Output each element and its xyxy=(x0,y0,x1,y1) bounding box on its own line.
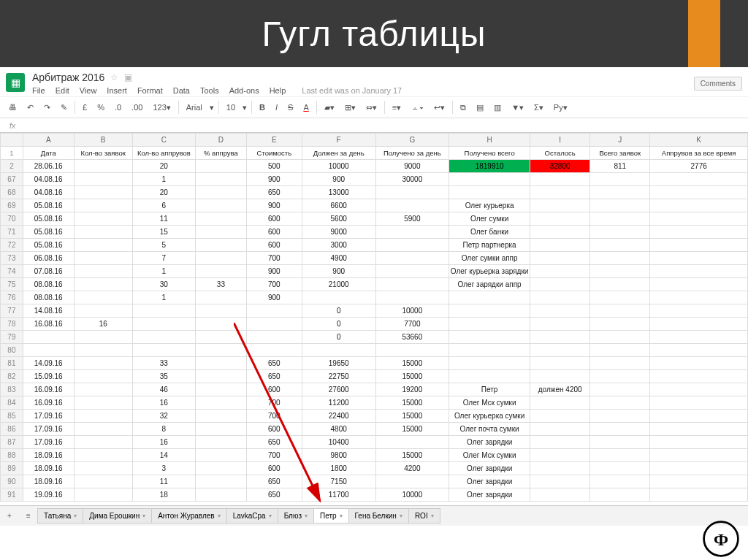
cell[interactable] xyxy=(74,252,132,265)
cell[interactable] xyxy=(650,226,748,239)
cell[interactable] xyxy=(530,186,590,199)
cell[interactable] xyxy=(650,370,748,383)
cell[interactable] xyxy=(74,186,132,199)
cell[interactable] xyxy=(590,331,650,344)
col-header-F[interactable]: F xyxy=(302,134,375,147)
sheet-tab[interactable]: Гена Белкин▾ xyxy=(348,508,409,523)
menu-tools[interactable]: Tools xyxy=(200,86,219,95)
row-header[interactable]: 75 xyxy=(1,278,23,291)
cell[interactable]: Олег курьерка зарядки xyxy=(449,265,530,278)
cell[interactable]: 16 xyxy=(74,318,132,331)
cell[interactable] xyxy=(375,199,449,212)
cell[interactable] xyxy=(196,212,247,226)
row-header[interactable]: 77 xyxy=(1,304,23,318)
cell[interactable] xyxy=(650,212,748,226)
cell[interactable]: 18.09.16 xyxy=(23,449,74,462)
cell[interactable] xyxy=(449,291,530,304)
row-header[interactable]: 87 xyxy=(1,436,23,449)
menu-format[interactable]: Format xyxy=(137,86,163,95)
cell[interactable]: 14 xyxy=(132,449,195,462)
cell[interactable] xyxy=(530,410,590,423)
textcolor-icon[interactable]: A xyxy=(300,101,311,113)
cell[interactable] xyxy=(449,318,530,331)
cell[interactable] xyxy=(196,410,247,423)
cell[interactable]: Олег курьерка xyxy=(449,199,530,212)
cell[interactable]: 900 xyxy=(246,265,302,278)
formula-input[interactable] xyxy=(25,120,748,131)
all-sheets-button[interactable]: ≡ xyxy=(19,512,38,520)
cell[interactable] xyxy=(246,318,302,331)
cell[interactable] xyxy=(650,488,748,502)
cell[interactable]: 32800 xyxy=(530,160,590,173)
row-header[interactable]: 72 xyxy=(1,239,23,252)
comment-icon[interactable]: ▤ xyxy=(473,101,486,114)
sheets-logo[interactable]: ▦ xyxy=(6,73,25,92)
cell[interactable]: 15000 xyxy=(375,396,449,410)
sheet-tab[interactable]: Татьяна▾ xyxy=(37,508,83,523)
cell[interactable]: 46 xyxy=(132,383,195,396)
redo-icon[interactable]: ↷ xyxy=(41,101,53,114)
cell[interactable]: 600 xyxy=(246,383,302,396)
cell[interactable]: 3000 xyxy=(302,239,375,252)
cell[interactable] xyxy=(375,239,449,252)
wrap-icon[interactable]: ↩▾ xyxy=(431,101,448,114)
cell[interactable]: 700 xyxy=(246,252,302,265)
cell[interactable] xyxy=(74,226,132,239)
cell[interactable] xyxy=(375,226,449,239)
cell[interactable]: Всего заявок xyxy=(590,147,650,160)
cell[interactable] xyxy=(530,265,590,278)
cell[interactable] xyxy=(650,199,748,212)
strike-icon[interactable]: S xyxy=(285,101,296,113)
cell[interactable]: 2776 xyxy=(650,160,748,173)
cell[interactable] xyxy=(590,291,650,304)
cell[interactable] xyxy=(196,449,247,462)
cell[interactable]: Олег зарядки xyxy=(449,436,530,449)
cell[interactable]: 10000 xyxy=(375,304,449,318)
col-header-A[interactable]: A xyxy=(23,134,74,147)
cell[interactable] xyxy=(590,318,650,331)
fill-icon[interactable]: ▰▾ xyxy=(321,101,337,114)
cell[interactable]: 7 xyxy=(132,252,195,265)
row-header[interactable]: 1 xyxy=(1,147,23,160)
cell[interactable] xyxy=(74,212,132,226)
cell[interactable] xyxy=(530,199,590,212)
cell[interactable]: 20 xyxy=(132,160,195,173)
cell[interactable]: 650 xyxy=(246,186,302,199)
cell[interactable] xyxy=(590,212,650,226)
cell[interactable] xyxy=(23,344,74,357)
menu-view[interactable]: View xyxy=(80,86,97,95)
cell[interactable]: Получено за день xyxy=(375,147,449,160)
cell[interactable]: 1800 xyxy=(302,462,375,475)
cell[interactable]: 4800 xyxy=(302,423,375,436)
menu-data[interactable]: Data xyxy=(173,86,190,95)
cell[interactable]: 13000 xyxy=(302,186,375,199)
cell[interactable] xyxy=(650,331,748,344)
cell[interactable] xyxy=(530,212,590,226)
cell[interactable] xyxy=(650,449,748,462)
menu-help[interactable]: Help xyxy=(270,86,286,95)
cell[interactable] xyxy=(590,304,650,318)
cell[interactable]: 650 xyxy=(246,475,302,488)
cell[interactable]: 900 xyxy=(246,173,302,186)
cell[interactable] xyxy=(196,186,247,199)
cell[interactable] xyxy=(196,370,247,383)
format-dec-inc[interactable]: .00 xyxy=(129,101,145,113)
undo-icon[interactable]: ↶ xyxy=(24,101,37,114)
cell[interactable] xyxy=(375,252,449,265)
chevron-down-icon[interactable]: ▾ xyxy=(400,513,402,519)
sheet-tab[interactable]: LavkaCpa▾ xyxy=(226,508,278,523)
cell[interactable]: 600 xyxy=(246,239,302,252)
cell[interactable]: 05.08.16 xyxy=(23,239,74,252)
cell[interactable]: 650 xyxy=(246,357,302,370)
cell[interactable]: 600 xyxy=(246,462,302,475)
cell[interactable] xyxy=(449,370,530,383)
cell[interactable] xyxy=(196,291,247,304)
cell[interactable] xyxy=(375,475,449,488)
sheet-tab[interactable]: Петр▾ xyxy=(313,508,349,523)
cell[interactable]: 11700 xyxy=(302,488,375,502)
cell[interactable] xyxy=(650,278,748,291)
cell[interactable]: 700 xyxy=(246,449,302,462)
cell[interactable] xyxy=(74,265,132,278)
cell[interactable]: 15000 xyxy=(375,370,449,383)
chevron-down-icon[interactable]: ▾ xyxy=(218,513,221,519)
